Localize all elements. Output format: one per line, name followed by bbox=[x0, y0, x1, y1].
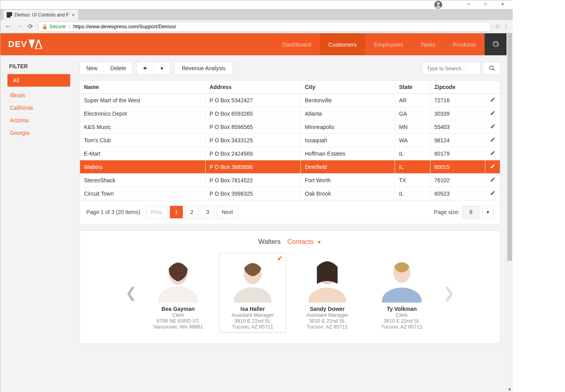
cell-city: Issaquah bbox=[301, 134, 395, 147]
contact-card[interactable]: Bea GaymanClerk6708 NE 63RD ST,Vancouver… bbox=[145, 253, 211, 332]
search-input[interactable] bbox=[422, 62, 481, 75]
filter-sidebar: FILTER AllIllinoisCaliforniaArizonaGeorg… bbox=[0, 55, 73, 392]
col-name[interactable]: Name bbox=[80, 81, 206, 94]
nav-back-icon[interactable]: ← bbox=[3, 22, 14, 31]
row-edit-button[interactable] bbox=[485, 120, 500, 134]
tab-close-icon[interactable]: × bbox=[72, 12, 75, 18]
table-row[interactable]: Electronics DepotP O Box 6593265AtlantaG… bbox=[80, 107, 500, 120]
row-edit-button[interactable] bbox=[485, 107, 500, 120]
col-state[interactable]: State bbox=[395, 81, 430, 94]
pager: Page 1 of 3 (20 items) Prev 123 Next Pag… bbox=[80, 200, 500, 224]
filter-arizona[interactable]: Arizona bbox=[0, 114, 73, 127]
browser-tab[interactable]: Demos: UI Controls and F × bbox=[4, 10, 78, 20]
favicon-icon bbox=[7, 12, 12, 18]
carousel-next[interactable]: ❯ bbox=[443, 253, 455, 332]
pager-page-2[interactable]: 2 bbox=[185, 206, 199, 218]
row-edit-button[interactable] bbox=[485, 134, 500, 147]
contact-name: Bea Gayman bbox=[148, 306, 209, 312]
card-edit-icon[interactable] bbox=[277, 256, 282, 262]
nav-forward-icon[interactable]: → bbox=[14, 22, 25, 31]
nav-tasks[interactable]: Tasks bbox=[412, 33, 444, 55]
delete-button[interactable]: Delete bbox=[104, 62, 132, 74]
table-row[interactable]: StereoShackP O Box 7814522Fort WorthTX76… bbox=[80, 174, 500, 187]
svg-marker-0 bbox=[29, 40, 35, 49]
table-row[interactable]: Tom's ClubP O Box 3433125IssaquahWA98124 bbox=[80, 134, 500, 147]
col-address[interactable]: Address bbox=[206, 81, 301, 94]
table-row[interactable]: Super Mart of the WestP O Box 5342427Ben… bbox=[80, 94, 500, 107]
table-row[interactable]: WaltersP O Box 3885696DeerfieldIL60015 bbox=[80, 160, 500, 174]
contact-address-2: Tucson, AZ 85711 bbox=[297, 324, 358, 330]
pager-info: Page 1 of 3 (20 items) bbox=[86, 209, 140, 215]
col-zipcode[interactable]: Zipcode bbox=[430, 81, 485, 94]
url-text: https://www.devexpress.com/Support/Demos… bbox=[73, 24, 176, 29]
cell-name: Super Mart of the West bbox=[80, 94, 206, 107]
os-titlebar: — ☐ ✕ bbox=[0, 0, 513, 9]
nav-customers[interactable]: Customers bbox=[320, 33, 366, 55]
cell-name: K&S Music bbox=[80, 120, 206, 134]
browser-menu-icon[interactable]: ⋮ bbox=[502, 23, 510, 30]
nav-employees[interactable]: Employees bbox=[365, 33, 412, 55]
reload-icon[interactable]: ⟳ bbox=[25, 23, 36, 30]
window-close[interactable]: ✕ bbox=[495, 1, 510, 7]
svg-point-8 bbox=[308, 288, 346, 303]
pager-page-3[interactable]: 3 bbox=[201, 206, 214, 218]
contact-card[interactable]: Isa HallerAssistant Manager3910 E 22nd S… bbox=[219, 253, 286, 332]
row-edit-button[interactable] bbox=[485, 187, 500, 200]
row-edit-button[interactable] bbox=[485, 160, 500, 174]
cell-state: IL bbox=[395, 187, 430, 200]
window-maximize[interactable]: ☐ bbox=[478, 1, 494, 7]
print-button[interactable] bbox=[137, 62, 153, 74]
brand-glyph-icon bbox=[29, 40, 42, 49]
bookmark-star-icon[interactable]: ☆ bbox=[493, 23, 502, 30]
col-city[interactable]: City bbox=[301, 81, 395, 94]
scrollbar-vertical[interactable]: ▼ bbox=[507, 33, 513, 392]
address-bar[interactable]: 🔒 Secure | https://www.devexpress.com/Su… bbox=[38, 22, 491, 32]
customers-table: NameAddressCityStateZipcode Super Mart o… bbox=[80, 80, 500, 200]
filter-all[interactable]: All bbox=[7, 74, 70, 87]
cell-zip: 55403 bbox=[430, 120, 485, 134]
print-dropdown[interactable]: ▾ bbox=[153, 62, 170, 74]
detail-section-dropdown[interactable]: Contacts ▼ bbox=[287, 238, 322, 245]
cell-zip: 60179 bbox=[430, 147, 485, 160]
window-minimize[interactable]: — bbox=[461, 1, 476, 7]
detail-section-label: Contacts bbox=[287, 238, 313, 245]
page-size-label: Page size: bbox=[434, 209, 459, 215]
avatar bbox=[229, 256, 276, 303]
carousel-prev[interactable]: ❮ bbox=[125, 253, 137, 332]
table-row[interactable]: E-MartP O Box 2424569Hoffman EstatesIL60… bbox=[80, 147, 500, 160]
nav-products[interactable]: Products bbox=[444, 33, 485, 55]
filter-georgia[interactable]: Georgia bbox=[0, 127, 73, 139]
filter-heading: FILTER bbox=[0, 63, 73, 74]
print-icon bbox=[143, 65, 147, 71]
contact-card[interactable]: Ty VolkmanClerk3910 E 22nd St,Tucson, AZ… bbox=[368, 253, 435, 332]
cell-name: Walters bbox=[80, 160, 206, 174]
pager-page-1[interactable]: 1 bbox=[170, 206, 183, 218]
page-size-dropdown[interactable]: ▾ bbox=[482, 206, 494, 218]
account-icon[interactable] bbox=[434, 1, 442, 9]
new-button[interactable]: New bbox=[80, 62, 104, 74]
cell-state: GA bbox=[395, 107, 430, 120]
row-edit-button[interactable] bbox=[485, 94, 500, 107]
table-row[interactable]: Circuit TownP O Box 3996325Oak BrookIL60… bbox=[80, 187, 500, 200]
brand-logo[interactable]: DEV bbox=[0, 33, 50, 55]
table-row[interactable]: K&S MusicP O Box 8596565MinneapolisMN554… bbox=[80, 120, 500, 134]
svg-point-2 bbox=[490, 66, 493, 69]
contact-card[interactable]: Sandy DowerAssistant Manager3910 E 22nd … bbox=[294, 253, 361, 332]
browser-toolbar: ← → ⟳ 🔒 Secure | https://www.devexpress.… bbox=[0, 20, 513, 33]
svg-point-6 bbox=[234, 287, 272, 303]
scrollbar-down-icon[interactable]: ▼ bbox=[507, 387, 513, 392]
pager-prev[interactable]: Prev bbox=[146, 206, 168, 218]
avatar bbox=[304, 256, 351, 303]
scrollbar-thumb[interactable] bbox=[507, 33, 512, 261]
search-button[interactable] bbox=[484, 62, 500, 75]
row-edit-button[interactable] bbox=[485, 147, 500, 160]
revenue-analysis-button[interactable]: Revenue Analysis bbox=[174, 62, 233, 75]
pager-next[interactable]: Next bbox=[217, 206, 238, 218]
settings-gear-button[interactable] bbox=[485, 33, 507, 55]
nav-dashboard[interactable]: Dashboard bbox=[273, 33, 319, 55]
filter-california[interactable]: California bbox=[0, 102, 73, 114]
cell-city: Atlanta bbox=[301, 107, 395, 120]
content-toolbar: New Delete ▾ Revenue Analysis bbox=[80, 62, 500, 75]
row-edit-button[interactable] bbox=[485, 174, 500, 187]
filter-illinois[interactable]: Illinois bbox=[0, 89, 73, 102]
